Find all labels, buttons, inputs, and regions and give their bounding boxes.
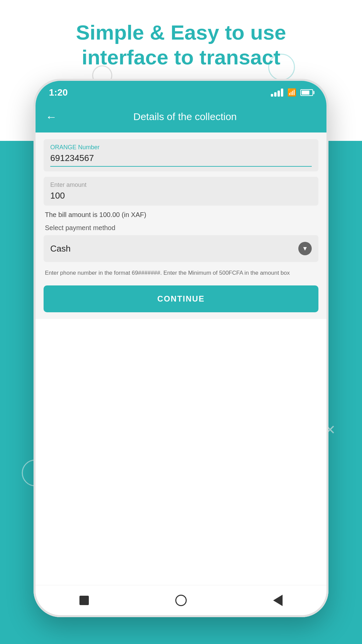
header-title: Details of the collection <box>64 111 306 122</box>
orange-number-label: ORANGE Number <box>50 144 312 151</box>
amount-value: 100 <box>50 191 312 201</box>
headline-line1: Simple & Easy to use <box>76 21 286 44</box>
status-icons: 📶 <box>271 88 313 97</box>
phone-inner: 1:20 📶 ← Details of the <box>36 81 326 615</box>
helper-text: Enter phone number in the format 69#####… <box>44 269 318 277</box>
wifi-icon: 📶 <box>287 88 296 97</box>
app-header: ← Details of the collection <box>36 104 326 132</box>
signal-bar-1 <box>271 94 273 97</box>
signal-bar-4 <box>281 89 283 97</box>
back-triangle-icon <box>273 595 283 606</box>
battery-icon <box>300 89 313 96</box>
bottom-nav <box>36 585 326 615</box>
content-area: ORANGE Number 691234567 Enter amount 100… <box>36 132 326 319</box>
signal-bar-2 <box>274 92 277 97</box>
orange-number-field[interactable]: ORANGE Number 691234567 <box>44 139 318 171</box>
phone-screen: 1:20 📶 ← Details of the <box>36 81 326 615</box>
circle-icon <box>175 595 187 606</box>
payment-method-label: Select payment method <box>44 224 318 232</box>
orange-number-underline <box>50 166 312 167</box>
nav-back-button[interactable] <box>272 594 284 606</box>
signal-bars-icon <box>271 89 283 97</box>
nav-square-button[interactable] <box>78 594 90 606</box>
status-bar: 1:20 📶 <box>36 81 326 104</box>
signal-bar-3 <box>278 91 280 97</box>
back-button[interactable]: ← <box>46 111 57 122</box>
payment-method-value: Cash <box>50 244 71 254</box>
continue-button[interactable]: CONTINUE <box>44 285 318 312</box>
status-time: 1:20 <box>49 87 68 98</box>
amount-label: Enter amount <box>50 181 312 189</box>
square-icon <box>79 596 89 605</box>
nav-home-button[interactable] <box>175 594 187 606</box>
dropdown-arrow-icon[interactable]: ▼ <box>298 242 312 255</box>
payment-method-dropdown[interactable]: Cash ▼ <box>44 235 318 262</box>
headline-line2: interface to transact <box>82 46 281 69</box>
phone-mockup: 1:20 📶 ← Details of the <box>34 79 328 617</box>
battery-fill <box>302 91 309 95</box>
phone-content: ORANGE Number 691234567 Enter amount 100… <box>36 132 326 615</box>
orange-number-value: 691234567 <box>50 153 312 163</box>
bill-amount-text: The bill amount is 100.00 (in XAF) <box>44 211 318 219</box>
amount-field[interactable]: Enter amount 100 <box>44 177 318 206</box>
notch <box>151 81 211 93</box>
page-title: Simple & Easy to use interface to transa… <box>0 20 362 70</box>
